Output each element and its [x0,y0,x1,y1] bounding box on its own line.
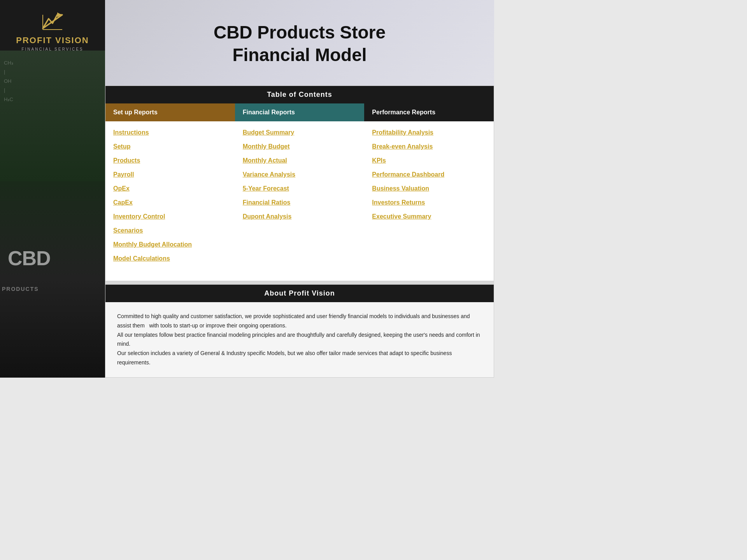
toc-col-header-setup: Set up Reports [105,103,235,121]
link-breakeven-analysis[interactable]: Break-even Analysis [372,143,486,150]
link-setup[interactable]: Setup [113,143,227,150]
link-performance-dashboard[interactable]: Performance Dashboard [372,171,486,178]
logo-area: PROFIT VISION FINANCIAL SERVICES [8,0,96,58]
link-instructions[interactable]: Instructions [113,129,227,136]
link-profitability-analysis[interactable]: Profitability Analysis [372,129,486,136]
main-content: CBD Products Store Financial Model Table… [105,0,494,378]
link-variance-analysis[interactable]: Variance Analysis [243,171,357,178]
toc-col-financial: Budget Summary Monthly Budget Monthly Ac… [235,129,365,269]
logo-icon [41,11,64,32]
about-text: Committed to high quality and customer s… [117,312,482,368]
about-body: Committed to high quality and customer s… [105,302,494,377]
link-budget-summary[interactable]: Budget Summary [243,129,357,136]
link-investors-returns[interactable]: Investors Returns [372,199,486,206]
toc-columns-header: Set up Reports Financial Reports Perform… [105,103,494,121]
link-monthly-budget-allocation[interactable]: Monthly Budget Allocation [113,241,227,248]
link-products[interactable]: Products [113,157,227,164]
link-executive-summary[interactable]: Executive Summary [372,213,486,220]
toc-col-header-performance: Performance Reports [364,103,494,121]
link-financial-ratios[interactable]: Financial Ratios [243,199,357,206]
sidebar-background: CH₃|OH|H₃C CBD PRODUCTS [0,51,105,378]
header-section: CBD Products Store Financial Model [105,0,494,86]
link-business-valuation[interactable]: Business Valuation [372,185,486,192]
link-model-calculations[interactable]: Model Calculations [113,255,227,262]
toc-links-area: Instructions Setup Products Payroll OpEx… [105,121,494,281]
page-title: CBD Products Store Financial Model [214,21,386,66]
toc-header: Table of Contents [105,86,494,103]
table-of-contents: Table of Contents Set up Reports Financi… [105,86,494,281]
sidebar: PROFIT VISION FINANCIAL SERVICES CH₃|OH|… [0,0,105,378]
link-inventory-control[interactable]: Inventory Control [113,213,227,220]
link-5year-forecast[interactable]: 5-Year Forecast [243,185,357,192]
link-payroll[interactable]: Payroll [113,171,227,178]
link-capex[interactable]: CapEx [113,199,227,206]
svg-marker-0 [43,15,62,28]
link-monthly-budget[interactable]: Monthly Budget [243,143,357,150]
toc-col-header-financial: Financial Reports [235,103,365,121]
toc-col-performance: Profitability Analysis Break-even Analys… [364,129,494,269]
toc-col-setup: Instructions Setup Products Payroll OpEx… [105,129,235,269]
about-header: About Profit Vision [105,285,494,302]
link-monthly-actual[interactable]: Monthly Actual [243,157,357,164]
logo-subtitle: FINANCIAL SERVICES [16,47,89,51]
link-kpis[interactable]: KPIs [372,157,486,164]
link-opex[interactable]: OpEx [113,185,227,192]
link-dupont-analysis[interactable]: Dupont Analysis [243,213,357,220]
logo-title: PROFIT VISION [16,35,89,46]
about-section: About Profit Vision Committed to high qu… [105,284,494,378]
link-scenarios[interactable]: Scenarios [113,227,227,234]
